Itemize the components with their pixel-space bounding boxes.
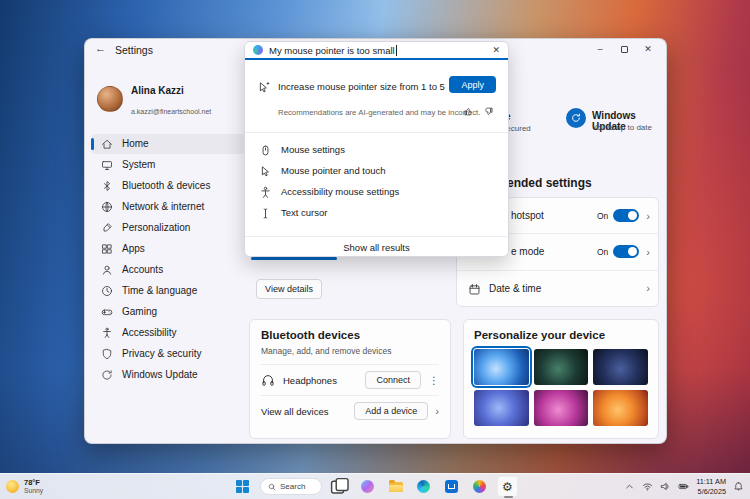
bluetooth-icon xyxy=(101,180,113,192)
gamepad-icon xyxy=(101,306,113,318)
user-profile[interactable]: Alina Kazzi a.kazzi@fineartschool.net xyxy=(89,67,247,123)
search-query-text: My mouse pointer is too small xyxy=(269,45,395,56)
sidebar-item-home[interactable]: Home xyxy=(91,134,245,154)
chevron-right-icon: › xyxy=(435,405,439,417)
copilot-icon xyxy=(253,45,263,55)
search-result-mouse-pointer-touch[interactable]: Mouse pointer and touch xyxy=(245,160,508,181)
start-button[interactable] xyxy=(232,476,253,497)
weather-condition: Sunny xyxy=(24,487,43,494)
sidebar-item-accounts[interactable]: Accounts xyxy=(91,260,245,280)
sidebar-item-privacy-security[interactable]: Privacy & security xyxy=(91,344,245,364)
connect-button[interactable]: Connect xyxy=(365,371,421,389)
sidebar-item-time-language[interactable]: Time & language xyxy=(91,281,245,301)
system-icon xyxy=(101,159,113,171)
user-name: Alina Kazzi xyxy=(131,85,184,96)
personalization-icon xyxy=(101,222,113,234)
chevron-right-icon: › xyxy=(646,282,650,294)
volume-icon[interactable] xyxy=(660,481,671,492)
thumbs-up-icon[interactable] xyxy=(463,106,474,117)
toggle-state-label: On xyxy=(597,247,608,257)
search-result-mouse-settings[interactable]: Mouse settings xyxy=(245,139,508,160)
desktop: ← Settings – ✕ Alina Kazzi a.kazzi@finea… xyxy=(0,0,750,499)
gear-icon: ⚙ xyxy=(502,480,513,494)
task-view-button[interactable] xyxy=(329,476,350,497)
sidebar-item-system[interactable]: System xyxy=(91,155,245,175)
setting-row-date-time[interactable]: Date & time › xyxy=(457,270,658,306)
wallpaper-thumbnail[interactable] xyxy=(593,390,648,426)
sidebar-item-bluetooth-devices[interactable]: Bluetooth & devices xyxy=(91,176,245,196)
photos-button[interactable] xyxy=(469,476,490,497)
shield-icon xyxy=(101,348,113,360)
accessibility-icon xyxy=(101,327,113,339)
bluetooth-card-subtitle: Manage, add, and remove devices xyxy=(261,346,439,356)
device-name: Headphones xyxy=(283,375,337,386)
weather-widget[interactable]: 78°F Sunny xyxy=(6,479,43,495)
close-button[interactable]: ✕ xyxy=(636,41,660,57)
sidebar-item-gaming[interactable]: Gaming xyxy=(91,302,245,322)
notification-bell-icon[interactable] xyxy=(733,481,744,492)
recommendation-label: Increase mouse pointer size from 1 to 5 xyxy=(278,81,445,92)
settings-window: ← Settings – ✕ Alina Kazzi a.kazzi@finea… xyxy=(84,38,667,444)
thumbs-down-icon[interactable] xyxy=(483,106,494,117)
wallpaper-thumbnail-selected[interactable] xyxy=(474,349,529,385)
search-icon xyxy=(268,483,276,491)
back-button[interactable]: ← xyxy=(95,42,106,54)
apps-icon xyxy=(101,243,113,255)
search-input[interactable]: My mouse pointer is too small ✕ xyxy=(245,42,508,60)
search-result-accessibility-mouse[interactable]: Accessibility mouse settings xyxy=(245,181,508,202)
text-caret xyxy=(396,45,397,56)
wifi-icon[interactable] xyxy=(642,481,653,492)
mouse-icon xyxy=(259,143,272,156)
clear-search-icon[interactable]: ✕ xyxy=(492,45,500,55)
edge-button[interactable] xyxy=(413,476,434,497)
toggle-state-label: On xyxy=(597,211,608,221)
view-details-button[interactable]: View details xyxy=(256,279,322,299)
sidebar-item-personalization[interactable]: Personalization xyxy=(91,218,245,238)
task-view-icon xyxy=(329,476,350,497)
recommended-settings-heading: ended settings xyxy=(507,176,592,190)
apply-button[interactable]: Apply xyxy=(449,76,496,93)
cursor-icon xyxy=(259,164,272,177)
photos-icon xyxy=(473,480,486,493)
sidebar-item-windows-update[interactable]: Windows Update xyxy=(91,365,245,385)
wallpaper-thumbnail[interactable] xyxy=(534,390,589,426)
file-explorer-button[interactable] xyxy=(385,476,406,497)
home-icon xyxy=(101,138,113,150)
more-options-icon[interactable]: ⋮ xyxy=(429,375,439,386)
battery-icon[interactable] xyxy=(678,481,689,492)
clock[interactable]: 11:11 AM 5/6/2025 xyxy=(696,477,726,495)
store-icon xyxy=(445,480,458,493)
wallpaper-thumbnail[interactable] xyxy=(593,349,648,385)
selected-indicator xyxy=(91,138,94,150)
bluetooth-device-row: Headphones Connect ⋮ xyxy=(261,365,439,395)
view-all-devices-link[interactable]: View all devices xyxy=(261,406,328,417)
personalize-card: Personalize your device xyxy=(463,319,659,439)
taskbar-search[interactable]: Search xyxy=(260,478,322,495)
sidebar-item-apps[interactable]: Apps xyxy=(91,239,245,259)
mode-toggle[interactable] xyxy=(613,245,639,258)
chevron-up-icon[interactable] xyxy=(624,481,635,492)
sidebar-item-network-internet[interactable]: Network & internet xyxy=(91,197,245,217)
store-button[interactable] xyxy=(441,476,462,497)
headphones-icon xyxy=(261,373,275,387)
chevron-right-icon: › xyxy=(646,246,650,258)
hotspot-toggle[interactable] xyxy=(613,209,639,222)
weather-sun-icon xyxy=(6,480,19,493)
sidebar-item-accessibility[interactable]: Accessibility xyxy=(91,323,245,343)
search-result-text-cursor[interactable]: Text cursor xyxy=(245,202,508,223)
show-all-results-link[interactable]: Show all results xyxy=(245,236,508,258)
weather-temp: 78°F xyxy=(24,479,43,487)
globe-icon xyxy=(101,201,113,213)
add-device-button[interactable]: Add a device xyxy=(354,402,428,420)
taskbar: 78°F Sunny Search ⚙ xyxy=(0,473,750,499)
wallpaper-thumbnail[interactable] xyxy=(534,349,589,385)
file-explorer-icon xyxy=(389,482,403,492)
copilot-button[interactable] xyxy=(357,476,378,497)
settings-app-button[interactable]: ⚙ xyxy=(497,476,518,497)
user-email: a.kazzi@fineartschool.net xyxy=(131,108,211,115)
wallpaper-thumbnail[interactable] xyxy=(474,390,529,426)
personalize-title: Personalize your device xyxy=(474,329,648,341)
ai-recommendation-row: Increase mouse pointer size from 1 to 5 … xyxy=(257,74,496,98)
minimize-button[interactable]: – xyxy=(588,41,612,57)
maximize-button[interactable] xyxy=(612,41,636,57)
